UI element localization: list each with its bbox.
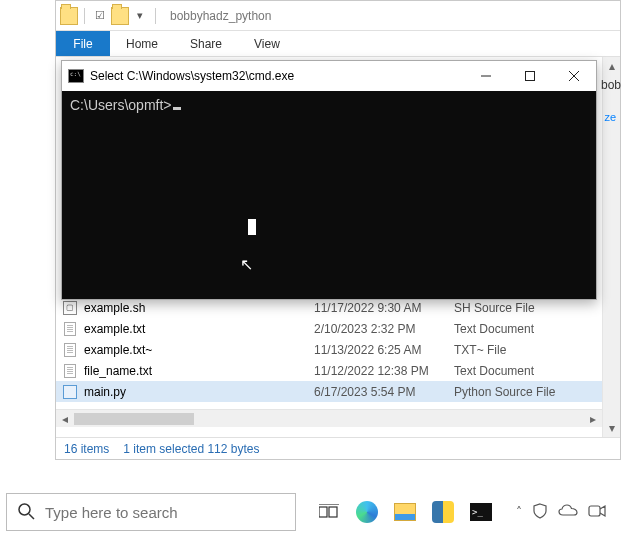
folder-icon [111,7,129,25]
folder-icon [60,7,78,25]
table-row[interactable]: example.txt~11/13/2022 6:25 AMTXT~ File [56,339,602,360]
svg-rect-9 [589,506,600,516]
window-buttons [464,61,596,91]
table-row[interactable]: ▢example.sh11/17/2022 9:30 AMSH Source F… [56,297,602,318]
scroll-thumb[interactable] [74,413,194,425]
system-tray[interactable]: ˄ [516,503,606,522]
explorer-titlebar[interactable]: ☑ ▾ bobbyhadz_python [56,1,620,31]
file-name: main.py [84,385,314,399]
quick-access-toolbar: ☑ ▾ [60,7,160,25]
file-type: Text Document [454,322,602,336]
file-date: 11/17/2022 9:30 AM [314,301,454,315]
svg-line-5 [29,514,34,519]
terminal-icon[interactable]: >_ [468,499,494,525]
meet-now-icon[interactable] [588,504,606,521]
checkbox-icon[interactable]: ☑ [91,7,109,25]
edge-icon[interactable] [354,499,380,525]
file-name: example.sh [84,301,314,315]
tab-share[interactable]: Share [174,31,238,56]
python-file-icon [62,384,78,400]
table-row[interactable]: example.txt2/10/2023 2:32 PMText Documen… [56,318,602,339]
minimize-button[interactable] [464,61,508,91]
separator [84,8,85,24]
svg-rect-1 [526,72,535,81]
scroll-left-icon[interactable]: ◂ [56,412,74,426]
scroll-down-icon[interactable]: ▾ [603,419,620,437]
window-title: bobbyhadz_python [170,9,271,23]
tab-file[interactable]: File [56,31,110,56]
status-bar: 16 items 1 item selected 112 bytes [56,437,620,459]
file-type: Python Source File [454,385,602,399]
cmd-titlebar[interactable]: Select C:\Windows\system32\cmd.exe [62,61,596,91]
selection-info: 1 item selected 112 bytes [123,442,259,456]
ribbon-tabs: File Home Share View [56,31,620,57]
close-button[interactable] [552,61,596,91]
file-name: file_name.txt [84,364,314,378]
svg-rect-6 [319,507,327,517]
text-file-icon [62,342,78,358]
item-count: 16 items [64,442,109,456]
clipped-text: ze [604,111,616,123]
file-type: Text Document [454,364,602,378]
file-name: example.txt~ [84,343,314,357]
cmd-window: Select C:\Windows\system32\cmd.exe C:\Us… [61,60,597,300]
file-list[interactable]: ▢example.sh11/17/2022 9:30 AMSH Source F… [56,297,602,409]
chevron-down-icon[interactable]: ▾ [131,7,149,25]
text-cursor [173,107,181,110]
scroll-right-icon[interactable]: ▸ [584,412,602,426]
file-date: 11/12/2022 12:38 PM [314,364,454,378]
taskbar: >_ ˄ [6,492,621,532]
task-view-icon[interactable] [316,499,342,525]
selection-marker [248,219,256,235]
scroll-up-icon[interactable]: ▴ [603,57,620,75]
text-file-icon [62,321,78,337]
cmd-title: Select C:\Windows\system32\cmd.exe [90,69,464,83]
table-row[interactable]: file_name.txt11/12/2022 12:38 PMText Doc… [56,360,602,381]
taskbar-search[interactable] [6,493,296,531]
text-file-icon [62,363,78,379]
maximize-button[interactable] [508,61,552,91]
scroll-track[interactable] [74,412,584,426]
svg-rect-7 [329,507,337,517]
onedrive-icon[interactable] [558,504,578,521]
cmd-icon [68,69,84,83]
tab-home[interactable]: Home [110,31,174,56]
file-date: 6/17/2023 5:54 PM [314,385,454,399]
cmd-terminal[interactable]: C:\Users\opmft> ↖ [62,91,596,299]
separator [155,8,156,24]
clipped-text: bob [601,78,621,92]
tab-view[interactable]: View [238,31,296,56]
file-date: 11/13/2022 6:25 AM [314,343,454,357]
search-icon [17,502,35,523]
python-icon[interactable] [430,499,456,525]
horizontal-scrollbar[interactable]: ◂ ▸ [56,409,602,427]
file-name: example.txt [84,322,314,336]
file-type: TXT~ File [454,343,602,357]
search-input[interactable] [45,504,285,521]
table-row[interactable]: main.py6/17/2023 5:54 PMPython Source Fi… [56,381,602,402]
mouse-cursor-icon: ↖ [240,255,253,274]
svg-point-4 [19,504,30,515]
sh-file-icon: ▢ [62,300,78,316]
cmd-prompt: C:\Users\opmft> [70,97,172,113]
security-icon[interactable] [532,503,548,522]
taskbar-apps: >_ ˄ [316,499,606,525]
chevron-up-icon[interactable]: ˄ [516,505,522,519]
file-date: 2/10/2023 2:32 PM [314,322,454,336]
file-type: SH Source File [454,301,602,315]
file-explorer-icon[interactable] [392,499,418,525]
